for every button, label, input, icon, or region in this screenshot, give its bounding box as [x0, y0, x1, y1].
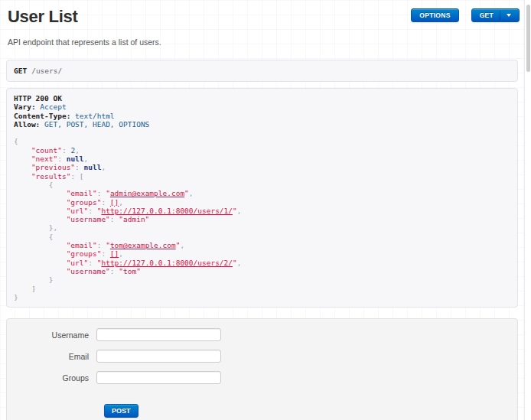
code-token	[14, 267, 67, 275]
code-token: :	[101, 249, 109, 258]
code-token: ,	[119, 198, 123, 207]
code-token	[14, 146, 31, 155]
code-token: HTTP 200 OK	[14, 94, 62, 103]
form-row-email: Email	[7, 350, 517, 363]
code-token: :	[88, 259, 96, 267]
code-token: "results"	[31, 172, 70, 181]
toolbar: OPTIONS GET	[411, 8, 520, 22]
form-row-groups: Groups	[7, 371, 517, 384]
json-link[interactable]: admin@example.com	[110, 189, 184, 197]
code-token: "url"	[67, 259, 89, 267]
json-link[interactable]: http://127.0.0.1:8000/users/1/	[101, 207, 233, 215]
response-block: HTTP 200 OK Vary: Accept Content-Type: t…	[6, 88, 518, 308]
code-token: ,	[237, 207, 242, 215]
code-token: ,	[101, 163, 106, 171]
post-button-label: POST	[112, 407, 131, 415]
request-method: GET	[14, 67, 27, 75]
code-token: "admin"	[119, 215, 149, 223]
code-token: null	[84, 163, 102, 171]
json-link[interactable]: http://127.0.0.1:8000/users/2/	[101, 259, 233, 267]
code-token	[14, 223, 49, 232]
code-token: [	[80, 172, 84, 181]
code-token	[14, 233, 49, 241]
code-token: :	[57, 155, 66, 163]
code-token	[14, 181, 49, 189]
code-token: "url"	[67, 207, 89, 215]
code-token: ,	[189, 189, 194, 197]
code-token: "email"	[67, 241, 97, 249]
page-header: User List OPTIONS GET	[0, 0, 524, 27]
code-token: :	[75, 163, 83, 171]
options-button-label: OPTIONS	[419, 11, 450, 19]
code-token: :	[88, 207, 96, 215]
code-token: text/html	[75, 112, 114, 120]
json-link[interactable]: []	[110, 198, 119, 207]
code-token: null	[67, 155, 84, 163]
code-token	[14, 163, 31, 171]
scrollbar-thumb[interactable]	[526, 5, 530, 72]
chevron-down-icon	[507, 14, 511, 17]
json-link[interactable]: []	[110, 249, 119, 258]
request-bar: GET/users/	[6, 60, 518, 82]
code-token: Content-Type:	[14, 112, 70, 120]
code-token: "username"	[67, 267, 110, 275]
request-path: /users/	[31, 67, 62, 75]
username-input[interactable]	[96, 328, 221, 341]
code-token: "previous"	[31, 163, 75, 171]
code-token	[14, 275, 49, 284]
code-token: "next"	[31, 155, 57, 163]
code-token: ,	[75, 146, 80, 155]
code-token: "count"	[31, 146, 62, 155]
post-button[interactable]: POST	[104, 404, 138, 418]
code-token: ,	[237, 259, 242, 267]
username-label: Username	[7, 330, 96, 340]
page-title: User List	[8, 7, 77, 27]
endpoint-description: API endpoint that represents a list of u…	[8, 37, 524, 47]
code-token	[14, 285, 31, 293]
code-token: ,	[84, 155, 89, 163]
create-user-form: Username Email Groups POST	[6, 318, 518, 420]
get-button-label: GET	[480, 11, 494, 19]
email-label: Email	[7, 352, 96, 361]
browsable-api-page: User List OPTIONS GET API endpoint that …	[0, 0, 525, 420]
scrollbar-track[interactable]	[525, 0, 531, 420]
code-token: ,	[180, 241, 184, 249]
code-token: "groups"	[67, 249, 102, 258]
code-token	[14, 172, 31, 181]
code-token: }	[49, 275, 54, 284]
json-link[interactable]: tom@example.com	[110, 241, 176, 249]
options-button[interactable]: OPTIONS	[411, 8, 458, 22]
code-token: :	[101, 198, 109, 207]
code-token: "username"	[67, 215, 110, 223]
code-token: GET, POST, HEAD, OPTIONS	[44, 120, 149, 129]
get-dropdown-toggle[interactable]	[500, 11, 511, 20]
code-token	[14, 259, 67, 267]
code-token	[14, 215, 67, 223]
code-token: }	[14, 293, 18, 301]
code-token: Vary:	[14, 103, 36, 111]
code-token: "email"	[67, 189, 97, 197]
code-token	[14, 189, 67, 197]
code-token	[14, 241, 67, 249]
code-token: :	[110, 267, 119, 275]
code-token	[14, 249, 67, 258]
code-token: {	[14, 137, 18, 145]
code-token: ,	[119, 249, 123, 258]
code-token: {	[49, 233, 54, 241]
code-token: :	[70, 172, 79, 181]
code-token	[14, 207, 67, 215]
code-token: "groups"	[67, 198, 102, 207]
email-field[interactable]	[96, 350, 221, 363]
groups-input[interactable]	[96, 371, 221, 384]
code-token	[14, 155, 31, 163]
code-token: Accept	[40, 103, 66, 111]
response-code: HTTP 200 OK Vary: Accept Content-Type: t…	[14, 94, 510, 301]
groups-label: Groups	[7, 373, 96, 383]
get-button[interactable]: GET	[471, 8, 520, 22]
code-token: :	[97, 241, 106, 249]
code-token: :	[110, 215, 119, 223]
code-token: :	[97, 189, 106, 197]
code-token: ]	[31, 285, 36, 293]
code-token: "tom"	[119, 267, 141, 275]
code-token: {	[49, 181, 54, 189]
